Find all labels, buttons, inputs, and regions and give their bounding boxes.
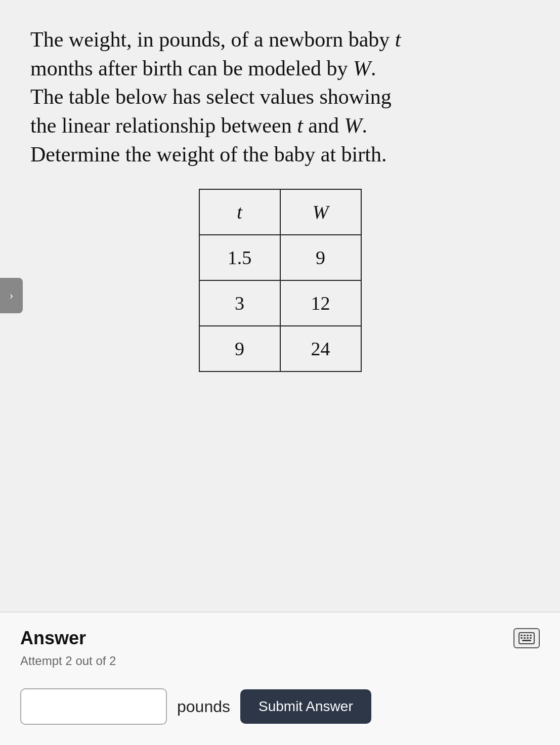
svg-rect-3 bbox=[527, 635, 529, 636]
table-container: t W 1.59312924 bbox=[25, 189, 535, 372]
table-row: 1.59 bbox=[199, 235, 361, 280]
svg-rect-4 bbox=[530, 635, 532, 636]
col-t-header: t bbox=[199, 189, 280, 235]
table-row: 312 bbox=[199, 280, 361, 326]
data-table: t W 1.59312924 bbox=[199, 189, 362, 372]
answer-input[interactable] bbox=[20, 688, 167, 725]
svg-rect-2 bbox=[524, 635, 526, 636]
chevron-icon: › bbox=[10, 288, 14, 302]
keyboard-svg bbox=[519, 632, 535, 644]
answer-input-row: pounds Submit Answer bbox=[20, 688, 540, 725]
answer-header: Answer bbox=[20, 628, 540, 649]
svg-rect-9 bbox=[522, 640, 531, 641]
answer-section: Answer Attempt 2 out of 2 pounds Submit … bbox=[0, 612, 560, 745]
chevron-button[interactable]: › bbox=[0, 278, 23, 313]
svg-rect-7 bbox=[527, 637, 529, 639]
svg-rect-5 bbox=[521, 637, 523, 639]
answer-label: Answer bbox=[20, 628, 86, 649]
keyboard-icon[interactable] bbox=[513, 628, 540, 648]
table-cell-t: 3 bbox=[199, 280, 280, 326]
main-content: › The weight, in pounds, of a newborn ba… bbox=[0, 0, 560, 612]
units-label: pounds bbox=[177, 697, 230, 716]
table-cell-w: 9 bbox=[280, 235, 361, 280]
attempt-text: Attempt 2 out of 2 bbox=[20, 654, 540, 668]
svg-rect-6 bbox=[524, 637, 526, 639]
table-cell-w: 24 bbox=[280, 326, 361, 371]
table-cell-t: 9 bbox=[199, 326, 280, 371]
col-w-header: W bbox=[280, 189, 361, 235]
table-cell-t: 1.5 bbox=[199, 235, 280, 280]
table-row: 924 bbox=[199, 326, 361, 371]
table-cell-w: 12 bbox=[280, 280, 361, 326]
submit-button[interactable]: Submit Answer bbox=[240, 689, 371, 724]
svg-rect-1 bbox=[521, 635, 523, 636]
svg-rect-8 bbox=[530, 637, 532, 639]
problem-text: The weight, in pounds, of a newborn baby… bbox=[25, 25, 535, 169]
